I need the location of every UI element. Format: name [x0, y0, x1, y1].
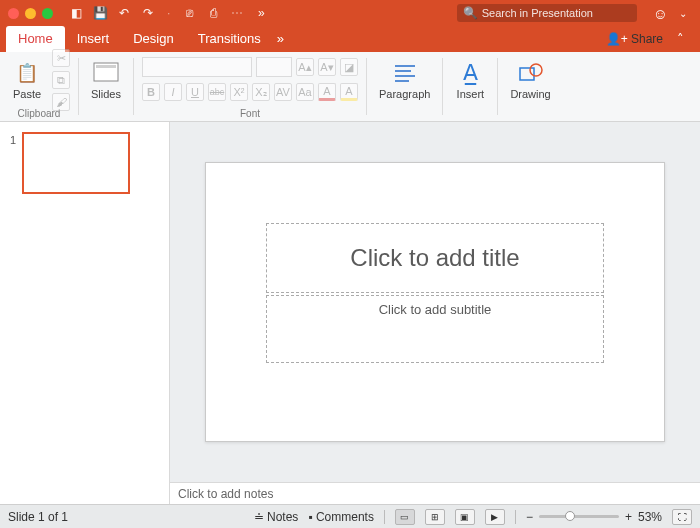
comments-toggle[interactable]: ▪ Comments — [308, 510, 374, 524]
change-case-button[interactable]: Aa — [296, 83, 314, 101]
zoom-out-button[interactable]: − — [526, 510, 533, 524]
font-family-select[interactable] — [142, 57, 252, 77]
status-divider — [515, 510, 516, 524]
collapse-ribbon-icon[interactable]: ˄ — [677, 31, 684, 46]
underline-button[interactable]: U — [186, 83, 204, 101]
canvas-area: Click to add title Click to add subtitle… — [170, 122, 700, 504]
quick-print-icon[interactable]: ⎚ — [180, 4, 198, 22]
group-drawing-label — [529, 108, 532, 119]
slide-indicator: Slide 1 of 1 — [8, 510, 68, 524]
redo-icon[interactable]: ↷ — [139, 4, 157, 22]
zoom-control: − + 53% — [526, 510, 662, 524]
zoom-slider[interactable] — [539, 515, 619, 518]
titlebar-chevron-icon[interactable]: ⌄ — [674, 4, 692, 22]
search-icon: 🔍 — [463, 6, 478, 20]
slides-label: Slides — [91, 88, 121, 100]
zoom-slider-thumb[interactable] — [565, 511, 575, 521]
canvas-padding[interactable]: Click to add title Click to add subtitle — [170, 122, 700, 482]
zoom-in-button[interactable]: + — [625, 510, 632, 524]
textbox-icon: A̲ — [455, 60, 485, 86]
italic-button[interactable]: I — [164, 83, 182, 101]
group-insert: A̲ Insert — [443, 52, 497, 121]
subscript-button[interactable]: X₂ — [252, 83, 270, 101]
slide-thumbnails-panel[interactable]: 1 — [0, 122, 170, 504]
format-painter-icon[interactable]: 🖌 — [52, 93, 70, 111]
strikethrough-button[interactable]: abc — [208, 83, 226, 101]
quick-more-icon[interactable]: ⋯ — [228, 4, 246, 22]
tab-transitions[interactable]: Transitions — [186, 26, 273, 52]
clipboard-icon: 📋 — [12, 60, 42, 86]
new-slide-icon — [91, 60, 121, 86]
slides-button[interactable]: Slides — [87, 58, 125, 102]
notes-toggle[interactable]: ≐ Notes — [254, 510, 299, 524]
notes-toggle-label: Notes — [267, 510, 298, 524]
undo-icon[interactable]: ↶ — [115, 4, 133, 22]
paragraph-button[interactable]: Paragraph — [375, 58, 434, 102]
drawing-button[interactable]: Drawing — [506, 58, 554, 102]
svg-point-7 — [530, 64, 542, 76]
tab-design[interactable]: Design — [121, 26, 185, 52]
search-input[interactable] — [482, 7, 631, 19]
save-icon[interactable]: 💾 — [91, 4, 109, 22]
notes-pane[interactable]: Click to add notes — [170, 482, 700, 504]
reading-view-button[interactable]: ▣ — [455, 509, 475, 525]
highlight-button[interactable]: A — [340, 83, 358, 101]
superscript-button[interactable]: X² — [230, 83, 248, 101]
quick-preview-icon[interactable]: ⎙ — [204, 4, 222, 22]
cut-icon[interactable]: ✂ — [52, 49, 70, 67]
tab-overflow[interactable]: » — [277, 31, 284, 52]
group-drawing: Drawing — [498, 52, 562, 121]
group-slides: Slides — [79, 52, 133, 121]
paste-button[interactable]: 📋 Paste — [8, 58, 46, 102]
slide-thumbnail-1[interactable] — [22, 132, 130, 194]
status-divider — [384, 510, 385, 524]
group-font: A▴ A▾ ◪ B I U abc X² X₂ AV Aa A A Font — [134, 52, 366, 121]
group-slides-label — [105, 108, 108, 119]
window-controls — [8, 8, 53, 19]
paragraph-label: Paragraph — [379, 88, 430, 100]
ribbon: 📋 Paste ✂ ⧉ 🖌 Clipboard Slides — [0, 52, 700, 122]
font-color-button[interactable]: A — [318, 83, 336, 101]
sorter-view-button[interactable]: ⊞ — [425, 509, 445, 525]
thumbnail-number: 1 — [6, 132, 16, 194]
slide-canvas[interactable]: Click to add title Click to add subtitle — [205, 162, 665, 442]
group-insert-label — [469, 108, 472, 119]
group-paragraph-label — [403, 108, 406, 119]
copy-icon[interactable]: ⧉ — [52, 71, 70, 89]
share-button[interactable]: 👤+ Share — [606, 32, 663, 46]
insert-label: Insert — [457, 88, 485, 100]
bold-button[interactable]: B — [142, 83, 160, 101]
paste-label: Paste — [13, 88, 41, 100]
font-size-select[interactable] — [256, 57, 292, 77]
group-font-label: Font — [240, 108, 260, 119]
clear-formatting-button[interactable]: ◪ — [340, 58, 358, 76]
feedback-smiley-icon[interactable]: ☺ — [653, 5, 668, 22]
zoom-window-button[interactable] — [42, 8, 53, 19]
subtitle-placeholder[interactable]: Click to add subtitle — [266, 295, 604, 363]
ribbon-tabbar: Home Insert Design Transitions » 👤+ Shar… — [0, 26, 700, 52]
group-paragraph: Paragraph — [367, 52, 442, 121]
minimize-window-button[interactable] — [25, 8, 36, 19]
statusbar: Slide 1 of 1 ≐ Notes ▪ Comments ▭ ⊞ ▣ ▶ … — [0, 504, 700, 528]
slideshow-view-button[interactable]: ▶ — [485, 509, 505, 525]
tab-insert[interactable]: Insert — [65, 26, 122, 52]
shrink-font-button[interactable]: A▾ — [318, 58, 336, 76]
titlebar: ◧ 💾 ↶ ↷ · ⎚ ⎙ ⋯ » 🔍 ☺ ⌄ — [0, 0, 700, 26]
insert-button[interactable]: A̲ Insert — [451, 58, 489, 102]
group-clipboard: 📋 Paste ✂ ⧉ 🖌 Clipboard — [0, 52, 78, 121]
thumbnail-row[interactable]: 1 — [6, 132, 163, 194]
close-window-button[interactable] — [8, 8, 19, 19]
search-field[interactable]: 🔍 — [457, 4, 637, 22]
title-placeholder[interactable]: Click to add title — [266, 223, 604, 293]
zoom-percent[interactable]: 53% — [638, 510, 662, 524]
fit-to-window-button[interactable]: ⛶ — [672, 509, 692, 525]
titlebar-overflow-icon[interactable]: » — [252, 4, 270, 22]
normal-view-button[interactable]: ▭ — [395, 509, 415, 525]
autosave-icon[interactable]: ◧ — [67, 4, 85, 22]
comments-toggle-label: Comments — [316, 510, 374, 524]
paragraph-icon — [390, 60, 420, 86]
grow-font-button[interactable]: A▴ — [296, 58, 314, 76]
toolbar-separator: · — [167, 6, 170, 20]
char-spacing-button[interactable]: AV — [274, 83, 292, 101]
shapes-icon — [516, 60, 546, 86]
